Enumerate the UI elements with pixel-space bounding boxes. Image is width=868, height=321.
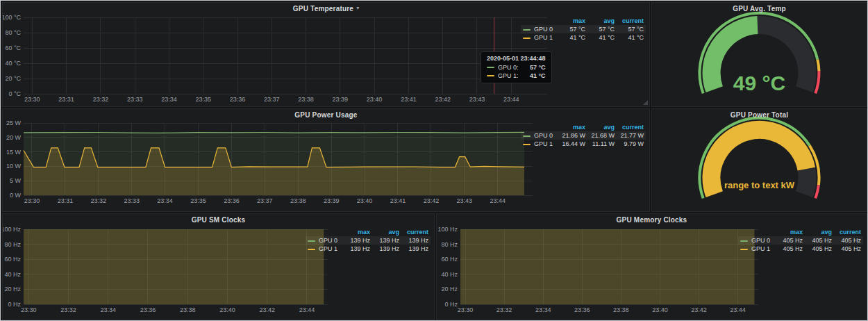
legend-stat-avg: 41 °C [587, 33, 617, 42]
svg-text:23:30: 23:30 [458, 306, 474, 313]
panel-header[interactable]: GPU Power Total [652, 109, 867, 120]
legend-stat-current: 139 Hz [401, 245, 431, 253]
panel-header[interactable]: GPU Power Usage [3, 109, 649, 120]
panel-title[interactable]: GPU Temperature [293, 5, 353, 13]
panel-title[interactable]: GPU Avg. Temp [733, 5, 786, 13]
legend-col-header[interactable]: avg [372, 228, 401, 236]
svg-text:23:36: 23:36 [140, 306, 156, 313]
panel-header[interactable]: GPU SM Clocks [3, 214, 434, 225]
svg-text:15 W: 15 W [6, 149, 22, 156]
panel-title[interactable]: GPU Power Usage [294, 111, 357, 119]
chart-tooltip: 2020-05-01 23:44:48 GPU 0: 57 °C GPU 1: … [481, 51, 552, 83]
svg-text:23:34: 23:34 [535, 306, 551, 313]
svg-text:80 °C: 80 °C [5, 29, 21, 36]
series-color-dash-icon [523, 135, 531, 137]
svg-text:23:38: 23:38 [298, 96, 314, 103]
tooltip-timestamp: 2020-05-01 23:44:48 [487, 55, 546, 62]
panel-title[interactable]: GPU Power Total [731, 111, 788, 119]
svg-text:23:40: 23:40 [367, 96, 383, 103]
tooltip-row: GPU 0: 57 °C [487, 64, 546, 71]
svg-text:23:30: 23:30 [24, 197, 40, 204]
legend-table: maxavgcurrentGPU 0405 Hz405 Hz405 HzGPU … [738, 228, 863, 253]
legend-col-header[interactable]: current [834, 228, 863, 236]
legend-stat-max: 41 °C [558, 33, 587, 42]
legend-col-header[interactable]: max [558, 17, 587, 25]
tooltip-series-name: GPU 0: [498, 64, 519, 71]
legend-col-header[interactable]: current [617, 17, 646, 25]
svg-text:23:32: 23:32 [60, 306, 76, 313]
panel-menu-caret-icon[interactable]: ▾ [356, 6, 359, 11]
legend-table: maxavgcurrentGPU 057 °C57 °C57 °CGPU 141… [521, 17, 646, 42]
svg-text:23:32: 23:32 [496, 306, 512, 313]
legend-col-header[interactable]: avg [587, 17, 617, 25]
svg-text:100 Hz: 100 Hz [3, 226, 21, 233]
svg-text:23:44: 23:44 [730, 306, 746, 313]
svg-text:10 W: 10 W [6, 163, 22, 170]
panel-gpu-power-total: GPU Power Total range to text kW [651, 108, 867, 212]
legend-stat-max: 405 Hz [776, 245, 805, 253]
panel-header[interactable]: GPU Avg. Temp [652, 3, 867, 14]
svg-text:23:30: 23:30 [21, 306, 37, 313]
legend-col-header[interactable]: current [401, 228, 431, 236]
legend-stat-max: 57 °C [558, 25, 587, 33]
svg-text:23:37: 23:37 [264, 96, 280, 103]
panel-title[interactable]: GPU SM Clocks [192, 216, 246, 224]
svg-text:40 °C: 40 °C [5, 60, 21, 67]
legend-series-name[interactable]: GPU 0 [306, 236, 343, 245]
series-color-dash-icon [308, 240, 315, 242]
svg-text:23:44: 23:44 [490, 197, 506, 204]
legend-col-header[interactable]: current [617, 123, 646, 131]
svg-text:23:40: 23:40 [357, 197, 373, 204]
legend-col-header[interactable]: max [776, 228, 805, 236]
svg-text:80 Hz: 80 Hz [4, 241, 21, 248]
svg-text:23:39: 23:39 [324, 197, 340, 204]
legend-series-name[interactable]: GPU 0 [521, 131, 558, 140]
svg-text:23:36: 23:36 [224, 197, 240, 204]
svg-text:23:34: 23:34 [100, 306, 116, 313]
svg-text:23:44: 23:44 [299, 306, 315, 313]
panel-header[interactable]: GPU Temperature ▾ [3, 3, 649, 14]
legend-series-name[interactable]: GPU 1 [521, 140, 558, 148]
series-color-dash-icon [740, 240, 748, 242]
legend-series-name[interactable]: GPU 1 [738, 245, 776, 253]
svg-text:23:36: 23:36 [230, 96, 246, 103]
legend-col-header[interactable]: avg [805, 228, 834, 236]
legend-stat-current: 57 °C [617, 25, 646, 33]
svg-text:40 Hz: 40 Hz [441, 271, 458, 278]
svg-text:23:31: 23:31 [58, 197, 74, 204]
svg-text:80 Hz: 80 Hz [441, 241, 458, 248]
legend-row: GPU 0405 Hz405 Hz405 Hz [738, 236, 863, 245]
grafana-dashboard: GPU Temperature ▾ 0 °C20 °C40 °C60 °C80 … [0, 0, 868, 321]
svg-text:23:38: 23:38 [290, 197, 306, 204]
legend-series-name[interactable]: GPU 1 [521, 33, 558, 42]
svg-text:23:36: 23:36 [574, 306, 590, 313]
gauge-svg: range to text kW [652, 109, 867, 211]
legend-row: GPU 057 °C57 °C57 °C [521, 25, 646, 33]
legend-series-name[interactable]: GPU 1 [306, 245, 343, 253]
panel-gpu-memory-clocks: GPU Memory Clocks 0 Hz20 Hz40 Hz60 Hz80 … [436, 213, 867, 320]
legend-series-name[interactable]: GPU 0 [738, 236, 776, 245]
legend-gpu-temperature: maxavgcurrentGPU 057 °C57 °C57 °CGPU 141… [521, 17, 646, 42]
svg-text:23:44: 23:44 [503, 96, 519, 103]
legend-gpu-sm-clocks: maxavgcurrentGPU 0139 Hz139 Hz139 HzGPU … [306, 228, 431, 253]
legend-col-header[interactable]: max [558, 123, 587, 131]
legend-series-name[interactable]: GPU 0 [521, 25, 558, 33]
legend-row: GPU 0139 Hz139 Hz139 Hz [306, 236, 431, 245]
legend-col-header[interactable]: avg [587, 123, 617, 131]
series-color-dash-icon [487, 75, 494, 76]
panel-resize-handle[interactable] [643, 100, 648, 105]
svg-text:23:42: 23:42 [691, 306, 707, 313]
legend-stat-avg: 21.68 W [587, 131, 617, 140]
gpu-power-total-gauge: range to text kW [652, 109, 867, 211]
panel-title[interactable]: GPU Memory Clocks [617, 216, 687, 224]
svg-text:100 °C: 100 °C [3, 14, 21, 21]
gpu-avg-temp-gauge: 49 °C [652, 3, 867, 106]
legend-row: GPU 1405 Hz405 Hz405 Hz [738, 245, 863, 253]
svg-text:23:33: 23:33 [124, 197, 140, 204]
panel-gpu-avg-temp: GPU Avg. Temp 49 °C [651, 2, 867, 107]
svg-text:23:41: 23:41 [390, 197, 406, 204]
panel-header[interactable]: GPU Memory Clocks [437, 214, 867, 225]
legend-col-header[interactable]: max [343, 228, 372, 236]
legend-row: GPU 021.86 W21.68 W21.77 W [521, 131, 646, 140]
legend-stat-avg: 11.11 W [587, 140, 617, 148]
